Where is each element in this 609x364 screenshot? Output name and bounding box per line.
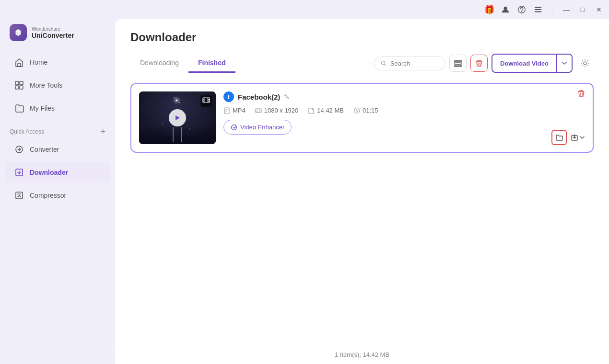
quick-access-add-button[interactable]: + (100, 127, 105, 136)
enhance-icon (231, 124, 237, 131)
card-actions (577, 90, 585, 99)
app-logo (10, 24, 27, 41)
sidebar-item-my-files[interactable]: My Files (5, 98, 110, 119)
tab-finished[interactable]: Finished (188, 54, 235, 73)
svg-point-18 (584, 62, 586, 65)
status-text: 1 Item(s), 14.42 MB (335, 351, 389, 358)
svg-rect-9 (15, 86, 19, 89)
card-delete-button[interactable] (577, 90, 585, 99)
format-icon (223, 107, 230, 114)
app-brand: Wondershare (32, 26, 74, 32)
titlebar: 🎁 — □ ✕ (0, 0, 609, 19)
search-input[interactable] (390, 60, 438, 67)
tabs-toolbar: Downloading Finished (115, 54, 609, 73)
svg-rect-15 (455, 60, 461, 62)
svg-rect-4 (535, 9, 541, 10)
sidebar-item-more-tools[interactable]: More Tools (5, 75, 110, 96)
svg-point-0 (504, 7, 507, 10)
settings-icon (580, 58, 590, 68)
sidebar-item-compressor[interactable]: Compressor (5, 185, 110, 206)
export-icon (571, 134, 578, 141)
sidebar: Wondershare UniConverter Home More Tools… (0, 19, 115, 364)
main-content: Downloader Downloading Finished (115, 19, 609, 364)
svg-rect-5 (535, 11, 541, 12)
svg-rect-7 (15, 81, 19, 85)
svg-rect-10 (20, 86, 23, 89)
play-button[interactable] (169, 109, 186, 126)
edit-icon[interactable]: ✎ (284, 93, 290, 101)
sidebar-item-converter-label: Converter (30, 146, 59, 153)
export-button[interactable] (571, 134, 585, 141)
sidebar-item-home-label: Home (30, 58, 47, 66)
file-size-icon (308, 107, 315, 114)
svg-rect-27 (256, 109, 261, 113)
video-card: f Facebook(2) ✎ MP4 1080 x 1920 (130, 83, 594, 153)
video-meta: MP4 1080 x 1920 14.42 MB 01:15 (223, 107, 585, 114)
duration-icon (353, 107, 360, 114)
svg-rect-16 (455, 63, 461, 64)
logo-area: Wondershare UniConverter (0, 19, 115, 51)
list-view-button[interactable] (449, 55, 467, 72)
video-thumbnail[interactable] (139, 91, 216, 144)
svg-rect-3 (535, 7, 541, 8)
export-chevron-icon (579, 135, 585, 140)
search-icon (381, 60, 386, 67)
delete-button[interactable] (470, 55, 488, 72)
support-icon[interactable] (517, 5, 526, 14)
sidebar-item-downloader[interactable]: Downloader (5, 162, 110, 183)
status-bar: 1 Item(s), 14.42 MB (115, 345, 609, 364)
download-video-button[interactable]: Download Video (492, 57, 556, 70)
sidebar-item-home[interactable]: Home (5, 52, 110, 73)
sidebar-item-converter[interactable]: Converter (5, 139, 110, 160)
download-video-button-group[interactable]: Download Video (492, 54, 573, 73)
user-icon[interactable] (501, 5, 510, 14)
search-box[interactable] (374, 57, 445, 70)
content-body: f Facebook(2) ✎ MP4 1080 x 1920 (115, 73, 609, 345)
menu-icon[interactable] (534, 5, 542, 14)
svg-rect-6 (18, 64, 21, 67)
app-name: UniConverter (32, 32, 74, 39)
maximize-button[interactable]: □ (578, 5, 587, 14)
card-bottom-actions (551, 130, 585, 145)
svg-rect-26 (224, 108, 229, 114)
meta-resolution: 1080 x 1920 (255, 107, 299, 114)
card-trash-icon (577, 90, 585, 97)
svg-point-2 (522, 11, 522, 12)
video-title-row: f Facebook(2) ✎ (223, 91, 585, 102)
video-actions: Video Enhancer (223, 120, 585, 135)
quick-access-label: Quick Access (10, 128, 44, 135)
play-icon (174, 114, 181, 121)
meta-duration: 01:15 (353, 107, 378, 114)
sidebar-item-downloader-label: Downloader (30, 169, 68, 176)
trash-icon (475, 59, 483, 67)
tab-downloading[interactable]: Downloading (130, 54, 188, 73)
svg-rect-8 (20, 81, 23, 85)
minimize-button[interactable]: — (562, 5, 571, 14)
folder-icon (555, 134, 563, 141)
video-info: f Facebook(2) ✎ MP4 1080 x 1920 (223, 91, 585, 135)
sidebar-item-my-files-label: My Files (30, 104, 55, 112)
svg-point-31 (232, 125, 237, 130)
list-view-icon (454, 59, 462, 67)
gift-icon[interactable]: 🎁 (485, 5, 493, 14)
sidebar-item-compressor-label: Compressor (30, 192, 66, 199)
chevron-down-icon (562, 60, 567, 66)
video-title: Facebook(2) (238, 93, 280, 101)
page-header: Downloader (115, 19, 609, 54)
facebook-icon: f (223, 91, 234, 102)
page-title: Downloader (130, 31, 594, 44)
video-enhancer-button[interactable]: Video Enhancer (223, 120, 292, 135)
sidebar-item-more-tools-label: More Tools (30, 81, 62, 89)
settings-button[interactable] (576, 55, 594, 72)
download-video-arrow[interactable] (556, 55, 572, 72)
close-button[interactable]: ✕ (595, 5, 603, 14)
svg-rect-17 (455, 65, 461, 67)
resolution-icon (255, 107, 262, 114)
quick-access-header: Quick Access + (0, 124, 115, 138)
meta-format: MP4 (223, 107, 246, 114)
meta-size: 14.42 MB (308, 107, 344, 114)
open-folder-button[interactable] (551, 130, 567, 145)
